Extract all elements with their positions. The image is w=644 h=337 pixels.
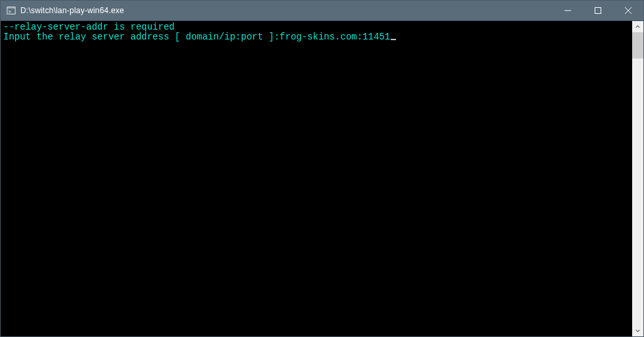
window-title: D:\switch\lan-play-win64.exe — [20, 6, 553, 15]
window-controls — [553, 1, 643, 20]
console-line-prompt: Input the relay server address [ domain/… — [3, 32, 280, 42]
scroll-down-button[interactable] — [632, 325, 643, 336]
close-button[interactable] — [613, 1, 643, 20]
titlebar[interactable]: >_ D:\switch\lan-play-win64.exe — [1, 1, 643, 20]
app-icon: >_ — [6, 5, 16, 16]
console-line-error: --relay-server-addr is required — [3, 22, 174, 32]
scrollbar-track[interactable] — [632, 32, 643, 325]
svg-rect-4 — [595, 8, 601, 14]
maximize-button[interactable] — [583, 1, 613, 20]
console-input-text: frog-skins.com:11451 — [280, 32, 390, 42]
text-cursor — [391, 39, 396, 40]
scrollbar-thumb[interactable] — [632, 32, 643, 59]
scroll-up-button[interactable] — [632, 21, 643, 32]
console-output[interactable]: --relay-server-addr is required Input th… — [1, 21, 632, 336]
console-area: --relay-server-addr is required Input th… — [1, 20, 643, 336]
svg-text:>_: >_ — [9, 9, 14, 14]
vertical-scrollbar[interactable] — [632, 21, 643, 336]
minimize-button[interactable] — [553, 1, 583, 20]
console-window: >_ D:\switch\lan-play-win64.exe --relay-… — [0, 0, 644, 337]
